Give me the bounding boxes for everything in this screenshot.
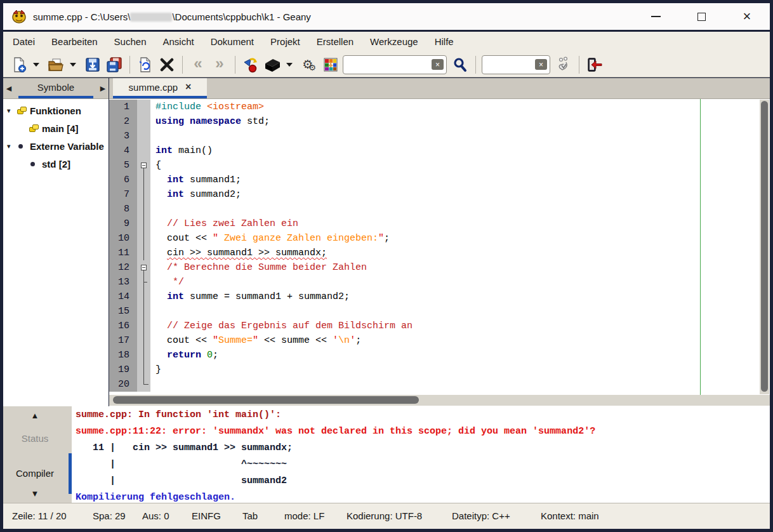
close-document-button[interactable] bbox=[157, 55, 176, 75]
tab-compiler[interactable]: Compiler bbox=[3, 468, 67, 479]
line-number[interactable]: 19 bbox=[109, 362, 137, 377]
quit-button[interactable] bbox=[585, 55, 604, 75]
tab-scroll-right-icon[interactable]: ▶ bbox=[97, 78, 109, 98]
line-number[interactable]: 15 bbox=[109, 304, 137, 319]
search-input[interactable] bbox=[348, 60, 432, 70]
save-button[interactable] bbox=[83, 55, 102, 75]
fold-margin[interactable] bbox=[137, 114, 150, 129]
clear-goto-icon[interactable]: × bbox=[535, 59, 547, 70]
code-line-7[interactable]: 7 int summand2; bbox=[109, 187, 770, 202]
line-number[interactable]: 17 bbox=[109, 333, 137, 348]
fold-margin[interactable] bbox=[137, 173, 150, 187]
line-number[interactable]: 20 bbox=[109, 377, 137, 392]
line-number[interactable]: 11 bbox=[109, 246, 137, 260]
tree-item-std[interactable]: std [2] bbox=[3, 155, 109, 173]
line-number[interactable]: 5 bbox=[109, 158, 137, 173]
build-button[interactable] bbox=[263, 55, 282, 75]
code-line-3[interactable]: 3 bbox=[109, 129, 770, 143]
compiler-message[interactable]: summe.cpp:11:22: error: 'summandx' was n… bbox=[76, 423, 770, 440]
new-file-button[interactable] bbox=[10, 55, 29, 75]
execute-button[interactable]: ⚙⚙ bbox=[300, 55, 319, 75]
fold-margin[interactable] bbox=[137, 129, 150, 143]
fold-margin[interactable] bbox=[137, 289, 150, 304]
close-button[interactable]: × bbox=[724, 3, 770, 30]
navigate-forward-button[interactable]: » bbox=[210, 55, 229, 75]
code-line-5[interactable]: 5{ bbox=[109, 158, 770, 173]
tree-item-funktionen[interactable]: ▾Funktionen bbox=[3, 102, 109, 119]
fold-margin[interactable] bbox=[137, 100, 150, 114]
horizontal-scrollbar[interactable] bbox=[109, 395, 770, 406]
menu-dokument[interactable]: Dokument bbox=[202, 32, 262, 52]
clear-search-icon[interactable]: × bbox=[432, 59, 444, 70]
tabs-scroll-down-icon[interactable]: ▼ bbox=[3, 489, 67, 498]
compiler-message[interactable]: | summand2 bbox=[76, 473, 770, 489]
fold-margin[interactable] bbox=[137, 348, 150, 362]
new-file-dropdown[interactable] bbox=[31, 55, 41, 75]
color-chooser-button[interactable] bbox=[321, 55, 340, 75]
tab-status[interactable]: Status bbox=[3, 433, 67, 444]
fold-margin[interactable] bbox=[137, 275, 150, 289]
code-line-14[interactable]: 14 int summe = summand1 + summand2; bbox=[109, 289, 770, 304]
fold-margin[interactable] bbox=[137, 319, 150, 333]
code-line-2[interactable]: 2using namespace std; bbox=[109, 114, 770, 129]
code-line-8[interactable]: 8 bbox=[109, 202, 770, 216]
code-line-11[interactable]: 11 cin >> summand1 >> summandx; bbox=[109, 246, 770, 260]
line-number[interactable]: 12 bbox=[109, 260, 137, 275]
line-number[interactable]: 2 bbox=[109, 114, 137, 129]
line-number[interactable]: 7 bbox=[109, 187, 137, 202]
tab-close-icon[interactable]: × bbox=[185, 82, 191, 92]
line-number[interactable]: 1 bbox=[109, 100, 137, 114]
code-line-1[interactable]: 1#include <iostream> bbox=[109, 100, 770, 114]
code-line-15[interactable]: 15 bbox=[109, 304, 770, 319]
fold-margin[interactable] bbox=[137, 304, 150, 319]
expander-icon[interactable]: ▾ bbox=[7, 142, 17, 150]
line-number[interactable]: 10 bbox=[109, 231, 137, 246]
code-line-13[interactable]: 13 */ bbox=[109, 275, 770, 289]
compiler-message[interactable]: summe.cpp: In function 'int main()': bbox=[76, 407, 770, 423]
open-dropdown[interactable] bbox=[68, 55, 78, 75]
fold-margin[interactable] bbox=[137, 202, 150, 216]
code-line-17[interactable]: 17 cout << "Summe=" << summe << '\n'; bbox=[109, 333, 770, 348]
compiler-message[interactable]: Kompilierung fehlgeschlagen. bbox=[76, 489, 770, 503]
compiler-message[interactable]: 11 | cin >> summand1 >> summandx; bbox=[76, 440, 770, 456]
fold-margin[interactable] bbox=[137, 158, 150, 173]
vertical-scrollbar[interactable] bbox=[760, 100, 769, 394]
code-line-9[interactable]: 9 // Lies zwei Zahlen ein bbox=[109, 216, 770, 231]
code-line-20[interactable]: 20 bbox=[109, 377, 770, 392]
menu-ansicht[interactable]: Ansicht bbox=[154, 32, 202, 52]
search-button[interactable] bbox=[451, 55, 470, 75]
code-line-6[interactable]: 6 int summand1; bbox=[109, 173, 770, 187]
line-number[interactable]: 18 bbox=[109, 348, 137, 362]
code-line-12[interactable]: 12 /* Berechne die Summe beider Zahlen bbox=[109, 260, 770, 275]
line-number[interactable]: 13 bbox=[109, 275, 137, 289]
goto-line-input[interactable] bbox=[487, 60, 535, 70]
line-number[interactable]: 3 bbox=[109, 129, 137, 143]
revert-button[interactable] bbox=[136, 55, 155, 75]
code-line-4[interactable]: 4int main() bbox=[109, 143, 770, 158]
code-line-19[interactable]: 19} bbox=[109, 362, 770, 377]
line-number[interactable]: 8 bbox=[109, 202, 137, 216]
fold-margin[interactable] bbox=[137, 377, 150, 392]
search-entry[interactable]: × bbox=[343, 55, 447, 74]
goto-line-entry[interactable]: × bbox=[482, 55, 550, 74]
tree-item-main[interactable]: main [4] bbox=[3, 119, 109, 137]
horizontal-scrollbar-thumb[interactable] bbox=[113, 396, 419, 404]
line-number[interactable]: 6 bbox=[109, 173, 137, 187]
fold-margin[interactable] bbox=[137, 246, 150, 260]
menu-werkzeuge[interactable]: Werkzeuge bbox=[362, 32, 426, 52]
tab-scroll-left-icon[interactable]: ◀ bbox=[3, 78, 15, 98]
code-line-10[interactable]: 10 cout << " Zwei ganze Zahlen eingeben:… bbox=[109, 231, 770, 246]
line-number[interactable]: 4 bbox=[109, 143, 137, 158]
tree-item-externe[interactable]: ▾Externe Variable bbox=[3, 137, 109, 155]
fold-margin[interactable] bbox=[137, 333, 150, 348]
tab-summe-cpp[interactable]: summe.cpp × bbox=[113, 78, 207, 98]
build-dropdown[interactable] bbox=[284, 55, 294, 75]
maximize-button[interactable] bbox=[678, 3, 724, 30]
minimize-button[interactable] bbox=[633, 3, 678, 30]
menu-projekt[interactable]: Projekt bbox=[262, 32, 308, 52]
menu-erstellen[interactable]: Erstellen bbox=[308, 32, 362, 52]
menu-hilfe[interactable]: Hilfe bbox=[426, 32, 462, 52]
goto-line-button[interactable] bbox=[554, 55, 573, 75]
save-all-button[interactable] bbox=[105, 55, 124, 75]
fold-margin[interactable] bbox=[137, 216, 150, 231]
